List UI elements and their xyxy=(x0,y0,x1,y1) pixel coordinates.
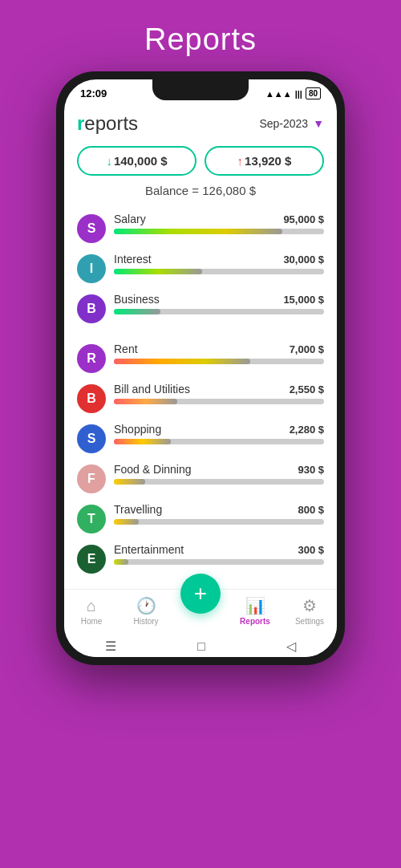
home-label: Home xyxy=(81,617,103,626)
nav-reports[interactable]: 📊 Reports xyxy=(228,596,282,626)
entertainment-amount: 300 $ xyxy=(298,544,324,556)
shopping-info: Shopping 2,280 $ xyxy=(114,423,324,444)
travel-progress-fill xyxy=(114,519,139,525)
entertainment-progress-bg xyxy=(114,559,324,565)
bill-amount: 2,550 $ xyxy=(290,383,324,395)
salary-icon: S xyxy=(77,214,106,243)
bottom-nav: ⌂ Home 🕐 History + 📊 Reports ⚙ Settings xyxy=(64,589,337,634)
fab-button[interactable]: + xyxy=(180,574,221,614)
travel-name: Travelling xyxy=(114,503,162,516)
rent-amount: 7,000 $ xyxy=(290,343,324,355)
header-row: reports Sep-2023 ▼ xyxy=(77,112,324,135)
nav-gesture-menu: ☰ xyxy=(105,639,116,654)
expense-arrow-icon: ↑ xyxy=(237,154,244,168)
salary-progress-fill xyxy=(114,229,282,234)
travel-progress-bg xyxy=(114,519,324,525)
bill-info: Bill and Utilities 2,550 $ xyxy=(114,383,324,404)
balance-label: Balance = 126,080 $ xyxy=(145,184,256,197)
nav-settings[interactable]: ⚙ Settings xyxy=(282,596,337,626)
interest-progress-fill xyxy=(114,269,202,274)
balance-row: Balance = 126,080 $ xyxy=(77,184,324,197)
bill-icon: B xyxy=(77,384,106,413)
business-amount: 15,000 $ xyxy=(283,294,324,306)
status-time: 12:09 xyxy=(80,87,107,99)
interest-icon: I xyxy=(77,254,106,283)
settings-label: Settings xyxy=(295,617,324,626)
shopping-progress-bg xyxy=(114,439,324,444)
signal-icon: ||| xyxy=(295,89,302,99)
status-icons: ▲▲▲ ||| 80 xyxy=(265,87,321,99)
list-item: T Travelling 800 $ xyxy=(77,499,324,537)
list-item: F Food & Dinning 930 $ xyxy=(77,459,324,497)
app-title-rest: eports xyxy=(84,112,138,134)
expense-amount: 13,920 $ xyxy=(245,154,291,168)
month-selector[interactable]: Sep-2023 ▼ xyxy=(259,117,324,130)
shopping-icon: S xyxy=(77,424,106,453)
business-name: Business xyxy=(114,293,160,306)
entertainment-progress-fill xyxy=(114,559,128,565)
nav-gesture-home: □ xyxy=(197,639,205,654)
rent-name: Rent xyxy=(114,343,138,355)
salary-top: Salary 95,000 $ xyxy=(114,213,324,225)
entertainment-info: Entertainment 300 $ xyxy=(114,543,324,565)
expense-button[interactable]: ↑13,920 $ xyxy=(205,146,324,176)
bill-name: Bill and Utilities xyxy=(114,383,190,395)
business-progress-bg xyxy=(114,309,324,314)
month-label: Sep-2023 xyxy=(259,117,308,130)
bill-top: Bill and Utilities 2,550 $ xyxy=(114,383,324,395)
nav-gesture-back: ◁ xyxy=(286,639,296,654)
food-progress-fill xyxy=(114,479,145,485)
travel-top: Travelling 800 $ xyxy=(114,503,324,516)
category-spacer xyxy=(77,329,324,337)
history-icon: 🕐 xyxy=(136,596,156,615)
income-amount: 140,000 $ xyxy=(114,154,168,168)
list-item: S Shopping 2,280 $ xyxy=(77,419,324,457)
shopping-name: Shopping xyxy=(114,423,161,436)
entertainment-name: Entertainment xyxy=(114,543,184,556)
home-indicator: ☰ □ ◁ xyxy=(64,634,337,657)
entertainment-icon: E xyxy=(77,545,106,574)
salary-progress-bg xyxy=(114,229,324,234)
interest-amount: 30,000 $ xyxy=(283,254,324,266)
food-amount: 930 $ xyxy=(298,464,324,476)
food-top: Food & Dinning 930 $ xyxy=(114,463,324,476)
history-label: History xyxy=(133,617,158,626)
business-info: Business 15,000 $ xyxy=(114,293,324,314)
interest-top: Interest 30,000 $ xyxy=(114,253,324,266)
interest-name: Interest xyxy=(114,253,152,266)
nav-history[interactable]: 🕐 History xyxy=(119,596,173,626)
phone-screen: 12:09 ▲▲▲ ||| 80 reports Sep-2023 ▼ xyxy=(64,79,337,657)
settings-icon: ⚙ xyxy=(302,596,317,615)
bill-progress-fill xyxy=(114,399,177,404)
rent-icon: R xyxy=(77,344,106,373)
rent-top: Rent 7,000 $ xyxy=(114,343,324,355)
list-item: B Business 15,000 $ xyxy=(77,289,324,327)
wifi-icon: ▲▲▲ xyxy=(265,89,292,99)
food-info: Food & Dinning 930 $ xyxy=(114,463,324,485)
salary-name: Salary xyxy=(114,213,146,225)
travel-icon: T xyxy=(77,505,106,533)
list-item: I Interest 30,000 $ xyxy=(77,249,324,287)
entertainment-top: Entertainment 300 $ xyxy=(114,543,324,556)
bill-progress-bg xyxy=(114,399,324,404)
shopping-progress-fill xyxy=(114,439,171,444)
list-item: R Rent 7,000 $ xyxy=(77,339,324,377)
food-icon: F xyxy=(77,464,106,493)
nav-home[interactable]: ⌂ Home xyxy=(64,597,119,626)
interest-info: Interest 30,000 $ xyxy=(114,253,324,274)
rent-progress-fill xyxy=(114,359,250,364)
food-name: Food & Dinning xyxy=(114,463,192,476)
travel-info: Travelling 800 $ xyxy=(114,503,324,525)
reports-icon: 📊 xyxy=(245,596,265,615)
rent-progress-bg xyxy=(114,359,324,364)
shopping-top: Shopping 2,280 $ xyxy=(114,423,324,436)
home-icon: ⌂ xyxy=(87,597,96,615)
interest-progress-bg xyxy=(114,269,324,274)
summary-row: ↓140,000 $ ↑13,920 $ xyxy=(77,146,324,176)
business-top: Business 15,000 $ xyxy=(114,293,324,306)
list-item: B Bill and Utilities 2,550 $ xyxy=(77,379,324,417)
list-item: E Entertainment 300 $ xyxy=(77,539,324,578)
page-title: Reports xyxy=(144,22,257,57)
income-button[interactable]: ↓140,000 $ xyxy=(77,146,196,176)
income-arrow-icon: ↓ xyxy=(106,154,112,168)
